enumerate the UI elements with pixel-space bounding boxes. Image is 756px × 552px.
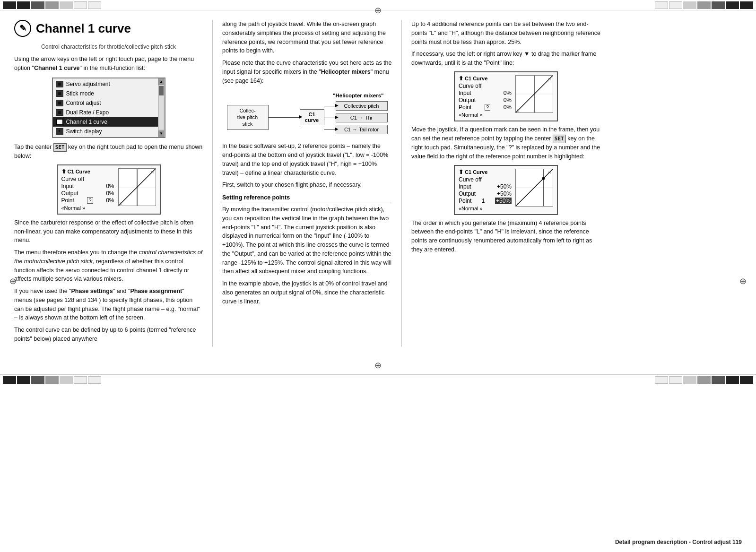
footer-text: Detail program description - Control adj… (615, 539, 742, 545)
point-mark-2: ? (485, 104, 490, 111)
page-subtitle: Control characteristics for throttle/col… (14, 43, 203, 50)
svg-text:L: L (119, 201, 122, 206)
menu-item-stick[interactable]: ▦ Stick mode (53, 89, 158, 98)
curve-off-label-2: Curve off (459, 83, 481, 89)
curve-title-2: ⬆ C1 Curve (459, 75, 512, 82)
output-row-2: Output 0% (459, 97, 512, 104)
right-para4: The order in which you generate the (max… (411, 219, 600, 254)
curve-off-row-2: Curve off (459, 83, 512, 89)
top-crosshair: ⊕ (374, 6, 383, 15)
mid-para6: In the example above, the joystick is at… (222, 279, 392, 306)
menu-item-servo-label: Servo adjustment (66, 81, 110, 87)
left-para2: The menu therefore enables you to change… (14, 248, 203, 284)
curve-display-box-3: ⬆ C1 Curve Curve off Input +50% Output +… (454, 165, 558, 215)
input-row-2: Input 0% (459, 90, 512, 96)
color-block-2 (17, 1, 30, 9)
point-row-1: Point ? 0% (61, 197, 114, 204)
left-para4: The control curve can be defined by up t… (14, 326, 203, 344)
output-label-1: Output (61, 190, 78, 197)
tap-text-before: Tap the center (14, 144, 52, 150)
phase-settings-ref: Phase settings (71, 288, 113, 294)
menu-item-channel1-label: Channel 1 curve (66, 119, 107, 125)
menu-item-control-label: Control adjust (66, 100, 101, 106)
mid-para3: In the basic software set-up, 2 referenc… (222, 142, 392, 177)
bottom-cbr5 (712, 376, 725, 384)
servo-icon: ▦ (56, 81, 63, 87)
bottom-bar-left (0, 375, 104, 385)
set-key-2: SET (553, 135, 566, 144)
menu-item-switch-label: Switch display (66, 128, 102, 135)
point-label-1: Point (61, 197, 74, 204)
mid-para1: along the path of joystick travel. While… (222, 20, 392, 55)
point-label-3: Point (459, 198, 471, 204)
color-block-5 (60, 1, 73, 9)
page-title-container: Channel 1 curve (14, 20, 203, 37)
italic-text: control characteristics of the motor/col… (14, 249, 202, 265)
menu-item-servo[interactable]: ▦ Servo adjustment (53, 79, 158, 89)
scroll-down-button[interactable]: ▼ (158, 130, 164, 137)
menu-item-dualrate-label: Dual Rate / Expo (66, 109, 109, 116)
curve-title-3: ⬆ C1 Curve (459, 169, 512, 175)
right-column: Up to 4 additional reference points can … (402, 20, 600, 347)
input-label-1: Input (61, 183, 74, 190)
setting-reference-points-heading: Setting reference points (222, 194, 392, 202)
curve-off-row-1: Curve off (61, 176, 114, 182)
control-icon: ▦ (56, 100, 63, 106)
color-block-4 (45, 1, 59, 9)
bottom-bar-right (652, 375, 756, 385)
right-para3: Move the joystick. If a question mark ca… (411, 125, 600, 161)
input-val-1: 0% (106, 183, 114, 190)
curve-off-label-1: Curve off (61, 176, 84, 182)
menu-navigation-box: ▦ Servo adjustment ▦ Stick mode ▦ Contro… (52, 78, 165, 138)
middle-column: along the path of joystick travel. While… (213, 20, 402, 347)
c1-curve-box-label: C1curve (305, 112, 319, 123)
point-num-3: 1 (482, 198, 485, 204)
curve-graph-3: L H (515, 169, 553, 207)
menu-scrollbar[interactable]: ▲ ▼ (158, 78, 165, 137)
svg-text:L: L (517, 108, 519, 112)
point-mark-1: ? (87, 197, 93, 204)
svg-text:L: L (517, 202, 519, 206)
svg-text:H: H (548, 77, 551, 81)
curve-title-text-2: C1 Curve (465, 76, 487, 81)
bottom-cb1 (3, 376, 16, 384)
bottom-cbr6 (726, 376, 739, 384)
right-para2: If necessary, use the left or right arro… (411, 50, 600, 68)
bottom-cb2 (17, 376, 30, 384)
input-label-2: Input (459, 90, 471, 96)
menu-item-dualrate[interactable]: ▦ Dual Rate / Expo (53, 108, 158, 117)
curve-title-1: ⬆ C1 Curve (61, 168, 114, 175)
point-val-1: 0% (106, 197, 114, 204)
input-row-1: Input 0% (61, 183, 114, 190)
menu-ref-text: Channel 1 curve (34, 65, 80, 71)
color-block-r1 (655, 1, 668, 9)
point-val-2: 0% (504, 104, 512, 111)
svg-point-13 (542, 177, 545, 180)
svg-text:H: H (151, 170, 154, 174)
color-block-r6 (726, 1, 739, 9)
menu-item-control[interactable]: ▦ Control adjust (53, 98, 158, 108)
output-row-3: Output +50% (459, 190, 512, 197)
output-val-1: 0% (106, 190, 114, 197)
curve-off-label-3: Curve off (459, 176, 481, 183)
svg-text:H: H (548, 170, 551, 174)
color-block-r3 (683, 1, 696, 9)
menu-item-switch[interactable]: ✦ Switch display (53, 127, 158, 136)
output1-label: Collective pitch (344, 103, 379, 109)
curve-graph-1: L H (118, 168, 156, 206)
bottom-cbr3 (683, 376, 696, 384)
color-block-r7 (740, 1, 753, 9)
color-block-r5 (712, 1, 725, 9)
color-block-6 (74, 1, 87, 9)
bottom-cb7 (88, 376, 101, 384)
curve-display-box-2: ⬆ C1 Curve Curve off Input 0% Output 0% … (454, 71, 558, 121)
output2-label: C1 → Thr (350, 115, 373, 121)
curve-info-1: ⬆ C1 Curve Curve off Input 0% Output 0% … (61, 168, 114, 211)
scroll-up-button[interactable]: ▲ (158, 78, 164, 85)
output-row-1: Output 0% (61, 190, 114, 197)
phase-assignment-ref: Phase assignment (130, 288, 182, 294)
right-para1: Up to 4 additional reference points can … (411, 20, 600, 46)
output-val-3: +50% (497, 190, 512, 197)
menu-item-stick-label: Stick mode (66, 90, 94, 97)
menu-item-channel1[interactable]: ▦ Channel 1 curve (53, 117, 158, 127)
